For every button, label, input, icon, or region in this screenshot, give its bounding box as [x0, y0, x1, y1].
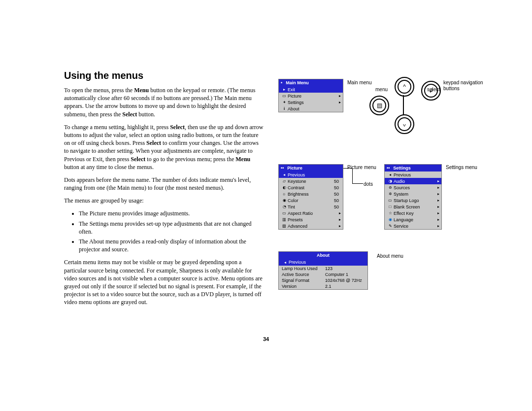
- body-text: Using the menus To open the menus, press…: [64, 69, 264, 311]
- caption-select: select: [427, 87, 440, 93]
- page-title: Using the menus: [64, 69, 264, 82]
- settings-menu-screenshot: Settings ◂Previous ◑Audio▸ ⊚Sources▸ ✲Sy…: [384, 164, 442, 230]
- picture-menu-screenshot: Picture ◂Previous ▱Keystone50 ◐Contrast5…: [278, 164, 343, 230]
- about-menu-screenshot: About ◂Previous Lamp Hours Used123 Activ…: [278, 251, 368, 290]
- down-button-icon: ^: [395, 114, 414, 134]
- figure-area: Main Menu ▸Exit ▭Picture▸ ✦Settings▸ iAb…: [278, 69, 507, 311]
- caption-main-menu: Main menu: [347, 80, 371, 86]
- caption-keypad: keypad navigation buttons: [443, 80, 493, 92]
- main-menu-screenshot: Main Menu ▸Exit ▭Picture▸ ✦Settings▸ iAb…: [278, 79, 343, 112]
- caption-menu: menu: [375, 87, 388, 93]
- page-number: 34: [263, 336, 269, 342]
- caption-dots: dots: [364, 181, 373, 187]
- menu-button-icon: ▤: [369, 96, 389, 115]
- up-button-icon: ^: [395, 77, 414, 97]
- caption-about: About menu: [377, 253, 403, 259]
- caption-settings: Settings menu: [446, 165, 477, 171]
- caption-picture: Picture menu: [347, 165, 376, 171]
